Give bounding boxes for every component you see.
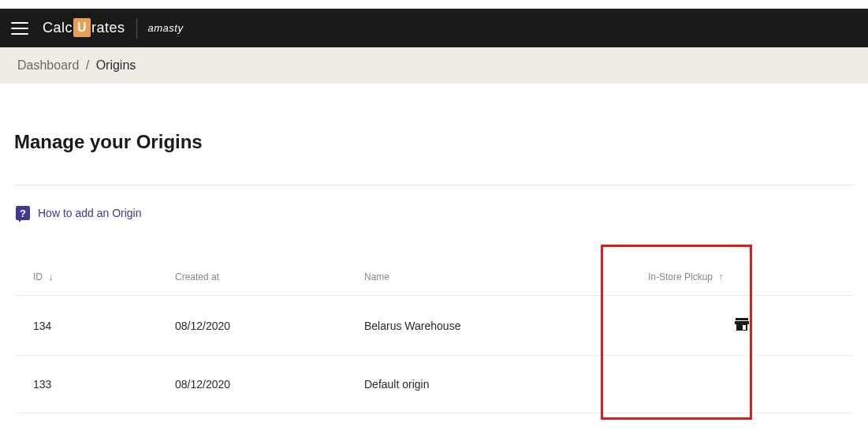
logo-prefix: Calc (43, 20, 73, 36)
column-header-id[interactable]: ID ↓ (14, 258, 156, 296)
divider (14, 185, 854, 185)
column-header-name[interactable]: Name (345, 258, 629, 296)
app-header: Calc U rates amasty (0, 9, 868, 47)
table-header-row: ID ↓ Created at Name In-Store Pickup ↑ (14, 258, 854, 296)
sort-up-icon: ↑ (718, 271, 724, 282)
breadcrumb-separator: / (86, 58, 89, 72)
table-row[interactable]: 133 08/12/2020 Default origin (14, 356, 854, 413)
sort-down-icon: ↓ (48, 271, 54, 282)
column-header-pickup[interactable]: In-Store Pickup ↑ (629, 258, 854, 296)
logo-amasty[interactable]: amasty (148, 22, 184, 34)
svg-rect-0 (736, 318, 748, 320)
breadcrumb-current: Origins (96, 58, 136, 72)
breadcrumb-parent[interactable]: Dashboard (17, 58, 79, 72)
store-icon (735, 318, 749, 333)
cell-created-at: 08/12/2020 (156, 356, 345, 413)
help-link[interactable]: ? How to add an Origin (14, 206, 854, 220)
logo-suffix: rates (91, 20, 125, 36)
column-label-created: Created at (175, 271, 219, 282)
svg-rect-2 (743, 325, 746, 330)
cell-created-at: 08/12/2020 (156, 296, 345, 356)
logo-divider (136, 18, 137, 39)
top-spacer (0, 0, 868, 9)
column-header-created-at[interactable]: Created at (156, 258, 345, 296)
cell-name: Belarus Warehouse (345, 296, 629, 356)
logo-u-box-icon: U (73, 18, 91, 37)
menu-hamburger-icon[interactable] (11, 22, 28, 35)
help-icon: ? (16, 206, 30, 220)
table-container: ID ↓ Created at Name In-Store Pickup ↑ (14, 258, 854, 413)
column-label-name: Name (364, 271, 389, 282)
column-label-pickup: In-Store Pickup (648, 271, 713, 282)
logo-calcurates[interactable]: Calc U rates (43, 19, 125, 38)
help-link-text: How to add an Origin (38, 207, 142, 219)
breadcrumb: Dashboard / Origins (0, 47, 868, 84)
main-content: Manage your Origins ? How to add an Orig… (0, 84, 868, 413)
cell-id: 134 (14, 296, 156, 356)
column-label-id: ID (33, 271, 43, 282)
table-row[interactable]: 134 08/12/2020 Belarus Warehouse (14, 296, 854, 356)
cell-name: Default origin (345, 356, 629, 413)
cell-pickup (629, 356, 854, 413)
cell-pickup (629, 296, 854, 356)
cell-id: 133 (14, 356, 156, 413)
page-title: Manage your Origins (14, 131, 854, 153)
origins-table: ID ↓ Created at Name In-Store Pickup ↑ (14, 258, 854, 413)
